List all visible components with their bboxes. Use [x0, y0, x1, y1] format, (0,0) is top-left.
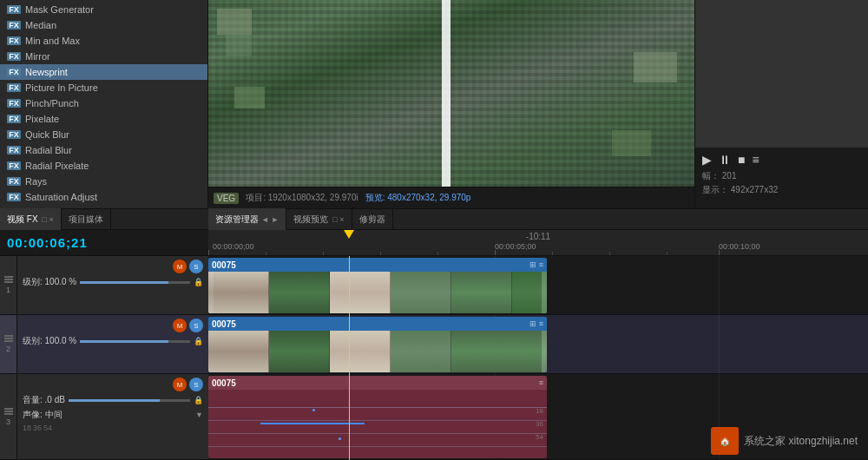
track-2-solo[interactable]: S	[189, 319, 203, 332]
track-2-number: 2	[6, 345, 10, 353]
width-info: 幅： 201	[702, 170, 861, 182]
track-3-icons: M S	[23, 378, 203, 391]
track-1-label-row: 级别: 100.0 % 🔒	[23, 276, 203, 288]
menu-icon[interactable]: ≡	[752, 153, 759, 167]
pixel-overlay	[208, 0, 694, 208]
tab-project-media[interactable]: 项目媒体	[62, 208, 111, 230]
watermark-icon: 🏠	[711, 427, 739, 455]
track-1-number: 1	[6, 286, 10, 294]
watermark: 🏠 系统之家 xitongzhijia.net	[711, 427, 858, 455]
track-2-lock[interactable]: 🔒	[194, 337, 203, 345]
preview-panel: ▶ ⏸ ■ ≡ 幅： 201 显示： 492x277x32 VEG 项目: 19…	[208, 0, 868, 208]
track-1-controls: 1 M S 级别: 100.0 % 🔒	[0, 256, 208, 315]
clip-2-content	[208, 331, 547, 372]
pause-icon[interactable]: ⏸	[719, 153, 731, 167]
clip-1-menu: ≡	[539, 260, 543, 269]
effect-item-radial-pixelate[interactable]: FXRadial Pixelate	[0, 158, 207, 174]
track-1-solo[interactable]: S	[189, 260, 203, 273]
track-3-volume-row: 音量: .0 dB 🔒	[23, 394, 203, 406]
fx-tab-close[interactable]: □ ×	[43, 215, 54, 224]
veg-badge: VEG	[214, 193, 239, 204]
track-3-number: 3	[6, 417, 10, 426]
white-bar	[442, 0, 450, 208]
effect-item-radial-blur[interactable]: FXRadial Blur	[0, 142, 207, 158]
play-icon[interactable]: ▶	[702, 153, 712, 167]
timeline-center-label: -10:11	[526, 232, 550, 241]
track-3-controls: 3 M S 音量: .0 dB 🔒 声像: 中间 ▼	[0, 374, 208, 460]
status-bar: VEG 项目: 1920x1080x32, 29.970i 预览: 480x27…	[208, 187, 694, 208]
info-placeholder	[695, 0, 868, 148]
watermark-text: 系统之家 xitongzhijia.net	[744, 434, 858, 449]
clip-2-menu: ≡	[539, 319, 543, 328]
track-1-inner: M S 级别: 100.0 % 🔒	[17, 256, 208, 314]
track-3-num: 3	[0, 374, 17, 459]
effect-item-mask-generator[interactable]: FXMask Generator	[0, 2, 207, 17]
track-1-clips: 00075 ⊞ ≡	[208, 256, 868, 315]
timeline-area: 00:00:06;21 1 M S 级别: 100.0 %	[0, 230, 868, 460]
track-1-icons: M S	[23, 260, 203, 273]
track-3-inner: M S 音量: .0 dB 🔒 声像: 中间 ▼ 18 36	[17, 374, 208, 459]
preview-info-panel: ▶ ⏸ ■ ≡ 幅： 201 显示： 492x277x32	[694, 0, 868, 208]
tab-asset-browser[interactable]: 资源管理器 ◄ ►	[208, 208, 286, 230]
clip-3-header: 00075 ≡	[208, 376, 547, 390]
playhead-diamond	[349, 230, 354, 239]
effect-item-pixelate[interactable]: FXPixelate	[0, 111, 207, 127]
left-panel-tabs: 视频 FX □ × 项目媒体	[0, 208, 208, 230]
effect-item-mirror[interactable]: FXMirror	[0, 49, 207, 64]
tab-video-fx[interactable]: 视频 FX □ ×	[0, 208, 62, 230]
tab-trimmer[interactable]: 修剪器	[352, 208, 393, 230]
track-2-clips: 00075 ⊞ ≡	[208, 315, 868, 374]
clip-1-trim-right[interactable]	[542, 272, 547, 313]
clip-1-header: 00075 ⊞ ≡	[208, 258, 547, 272]
track-2-inner: M S 级别: 100.0 % 🔒	[17, 315, 208, 373]
track-3-solo[interactable]: S	[189, 378, 203, 391]
effect-item-saturation-adjust[interactable]: FXSaturation Adjust	[0, 189, 207, 205]
track-1-slider[interactable]	[80, 281, 190, 284]
track-3-pan-arrow: ▼	[195, 411, 203, 419]
ruler-ticks	[208, 248, 868, 255]
effect-item-newsprint[interactable]: FXNewsprint	[0, 64, 207, 80]
effect-item-quick-blur[interactable]: FXQuick Blur	[0, 127, 207, 142]
track-2-mute[interactable]: M	[173, 319, 187, 332]
clip-1-trim-left[interactable]	[208, 272, 214, 313]
clip-1-content	[208, 272, 547, 313]
track-3-lock[interactable]: 🔒	[194, 396, 203, 404]
track-2-label-row: 级别: 100.0 % 🔒	[23, 335, 203, 347]
effect-item-picture-in-picture[interactable]: FXPicture In Picture	[0, 80, 207, 95]
pixel-block-3	[634, 52, 677, 82]
main-tabs-bar: 资源管理器 ◄ ► 视频预览 □ × 修剪器	[208, 208, 868, 230]
clip-3-menu: ≡	[539, 378, 543, 387]
preview-info: 预览: 480x270x32, 29.970p	[365, 192, 471, 204]
clip-2-name: 00075	[212, 319, 236, 329]
track-2-icons: M S	[23, 319, 203, 332]
track-2-label: 级别: 100.0 %	[23, 335, 76, 347]
preview-controls-right: ▶ ⏸ ■ ≡	[702, 153, 861, 167]
audio-marker-line	[260, 423, 365, 424]
clip-3-audio-content: 18 36 54	[208, 390, 547, 458]
clip-1-crop: ⊞	[529, 260, 536, 269]
timeline-tracks: -10:11 00:00:00;00 00:00:05;00 00:00:10;…	[208, 230, 868, 460]
track-3-volume-slider[interactable]	[69, 399, 190, 402]
track-3-mute[interactable]: M	[173, 378, 187, 391]
track-1-lock[interactable]: 🔒	[194, 278, 203, 286]
clip-2-trim-right[interactable]	[542, 331, 547, 372]
track-1-clip[interactable]: 00075 ⊞ ≡	[208, 258, 547, 313]
clip-3-name: 00075	[212, 378, 236, 388]
track-3-clip[interactable]: 00075 ≡ 18	[208, 376, 547, 458]
stop-icon[interactable]: ■	[738, 153, 745, 167]
timeline-ruler: -10:11 00:00:00;00 00:00:05;00 00:00:10;…	[208, 230, 868, 256]
effect-item-median[interactable]: FXMedian	[0, 17, 207, 33]
display-info: 显示： 492x277x32	[702, 184, 861, 196]
effects-panel: FXMask GeneratorFXMedianFXMin and MaxFXM…	[0, 0, 208, 211]
video-display	[208, 0, 694, 208]
tab-video-preview[interactable]: 视频预览 □ ×	[286, 208, 352, 230]
pixel-block-2	[226, 35, 252, 56]
effect-item-pinch/punch[interactable]: FXPinch/Punch	[0, 95, 207, 111]
effect-item-min-and-max[interactable]: FXMin and Max	[0, 33, 207, 49]
current-timecode: 00:00:06;21	[7, 235, 88, 250]
track-1-mute[interactable]: M	[173, 260, 187, 273]
track-2-clip[interactable]: 00075 ⊞ ≡	[208, 317, 547, 372]
track-2-slider[interactable]	[80, 340, 190, 343]
effect-item-rays[interactable]: FXRays	[0, 174, 207, 189]
track-1-label: 级别: 100.0 %	[23, 276, 76, 288]
